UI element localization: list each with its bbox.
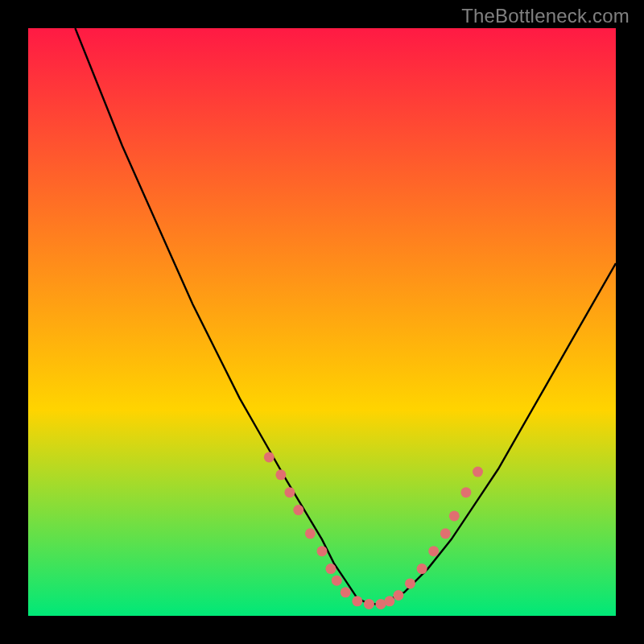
highlight-dot	[449, 510, 460, 521]
highlight-dot	[275, 469, 286, 480]
highlight-dot	[305, 528, 316, 539]
highlight-dot	[428, 546, 439, 556]
highlight-dot	[264, 452, 275, 462]
highlight-dot	[325, 564, 336, 574]
highlight-dot	[364, 599, 374, 609]
highlight-dot	[473, 467, 483, 477]
highlight-dot	[293, 505, 303, 515]
chart-plot-area	[28, 28, 616, 616]
highlight-dot	[417, 564, 427, 574]
highlight-dot	[284, 487, 295, 497]
highlight-dot	[460, 487, 471, 497]
highlight-dot	[332, 576, 342, 586]
chart-svg	[28, 28, 616, 616]
gradient-background	[28, 28, 616, 616]
highlight-dot	[341, 587, 351, 597]
highlight-dot	[317, 546, 328, 556]
highlight-dot	[440, 528, 451, 539]
highlight-dot	[352, 596, 362, 606]
watermark-text: TheBottleneck.com	[461, 5, 630, 27]
chart-frame: TheBottleneck.com	[0, 0, 644, 644]
highlight-dot	[393, 590, 403, 601]
highlight-dot	[384, 596, 394, 606]
highlight-dot	[405, 578, 415, 588]
